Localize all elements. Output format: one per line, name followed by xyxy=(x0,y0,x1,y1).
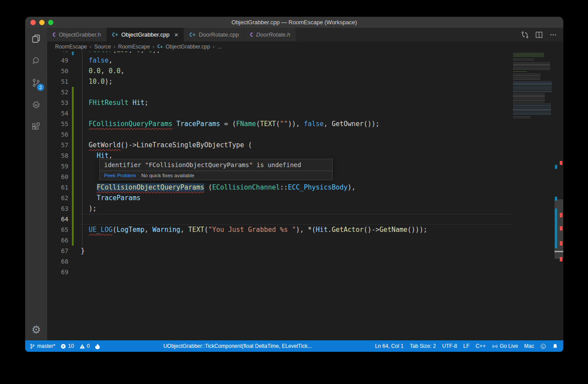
status-ln-64-col-1[interactable]: Ln 64, Col 1 xyxy=(375,343,404,349)
minimize-window-button[interactable] xyxy=(39,20,45,25)
line-number[interactable]: 52 xyxy=(47,87,68,97)
breadcrumb-item[interactable]: RoomEscape xyxy=(55,44,87,50)
code-line-52[interactable]: 52 xyxy=(47,87,511,97)
gutter-green-indicator xyxy=(68,224,81,235)
explorer-icon[interactable] xyxy=(25,28,47,50)
peek-problem-link[interactable]: Peek Problem xyxy=(104,173,136,178)
status-mac[interactable]: Mac xyxy=(524,343,534,349)
minimap-lines xyxy=(513,81,552,92)
breadcrumb[interactable]: RoomEscape›Source›RoomEscape›C+ObjectGra… xyxy=(47,41,563,52)
gutter-green-indicator xyxy=(68,140,81,150)
minimap[interactable] xyxy=(511,52,554,340)
broadcast-status[interactable]: Go Live xyxy=(492,343,518,349)
zoom-window-button[interactable] xyxy=(48,20,53,25)
line-number[interactable]: 57 xyxy=(47,140,68,150)
switch-header-source-icon[interactable] xyxy=(521,31,529,39)
code-text: 0.0, 0.0, xyxy=(81,66,511,76)
bell-status[interactable] xyxy=(552,343,558,349)
overview-ruler-mark xyxy=(560,213,562,217)
line-number[interactable]: 55 xyxy=(47,119,68,129)
code-line-57[interactable]: 57 GetWorld()->LineTraceSingleByObjectTy… xyxy=(47,140,511,150)
flame-status[interactable] xyxy=(95,343,100,349)
gutter xyxy=(68,256,81,267)
line-number[interactable]: 65 xyxy=(47,224,68,235)
line-number[interactable]: 56 xyxy=(47,129,68,140)
line-number[interactable]: 53 xyxy=(47,97,68,108)
line-number[interactable]: 62 xyxy=(47,193,68,203)
status-c[interactable]: C++ xyxy=(476,343,486,349)
line-number[interactable]: 61 xyxy=(47,182,68,193)
gutter xyxy=(68,66,81,76)
tab-doorrotate-cpp[interactable]: C+DoorRotate.cpp xyxy=(184,28,245,41)
debug-icon[interactable] xyxy=(25,94,47,116)
line-number[interactable]: 51 xyxy=(47,76,68,87)
code-line-62[interactable]: 62 TraceParams xyxy=(47,193,511,203)
code-line-54[interactable]: 54 xyxy=(47,108,511,119)
code-line-64[interactable]: 64 xyxy=(47,214,511,224)
line-number[interactable]: 66 xyxy=(47,235,68,246)
code-line-50[interactable]: 50 0.0, 0.0, xyxy=(47,66,511,76)
tab-objectgrabber-h[interactable]: CObjectGrabber.h xyxy=(47,28,107,41)
code-line-55[interactable]: 55 FCollisionQueryParams TraceParams = (… xyxy=(47,119,511,129)
breadcrumb-item[interactable]: ... xyxy=(217,44,221,50)
error-status[interactable]: 10 xyxy=(60,343,74,349)
code-line-49[interactable]: 49 false, xyxy=(47,55,511,66)
status-label: Go Live xyxy=(500,343,518,349)
line-number[interactable]: 48 xyxy=(47,52,68,55)
code-line-53[interactable]: 53 FHitResult Hit; xyxy=(47,97,511,108)
branch-status[interactable]: master* xyxy=(30,343,55,349)
more-actions-icon[interactable] xyxy=(549,31,557,39)
line-number[interactable]: 54 xyxy=(47,108,68,119)
line-number[interactable]: 60 xyxy=(47,171,68,182)
smiley-status[interactable] xyxy=(540,343,546,349)
code-text xyxy=(81,256,511,267)
code-line-61[interactable]: 61 FCollisionObjectQueryParams (ECollisi… xyxy=(47,182,511,193)
overview-ruler-mark xyxy=(555,209,557,248)
line-number[interactable]: 49 xyxy=(47,55,68,66)
line-number[interactable]: 59 xyxy=(47,161,68,171)
breadcrumb-item[interactable]: Source xyxy=(94,44,111,50)
scrollbar[interactable] xyxy=(554,52,563,340)
code-line-69[interactable]: 69 xyxy=(47,267,511,277)
line-number[interactable]: 58 xyxy=(47,150,68,161)
line-number[interactable]: 64 xyxy=(47,214,68,224)
search-icon[interactable] xyxy=(25,50,47,72)
code-text: 10.0); xyxy=(81,76,511,87)
code-line-51[interactable]: 51 10.0); xyxy=(47,76,511,87)
split-editor-icon[interactable] xyxy=(535,31,543,39)
code-line-68[interactable]: 68 xyxy=(47,256,511,267)
gutter-green-indicator xyxy=(68,161,81,171)
source-control-icon[interactable]: 2 xyxy=(25,72,47,94)
breadcrumb-item[interactable]: ObjectGrabber.cpp xyxy=(165,44,210,50)
status-symbol-path[interactable]: UObjectGrabber::TickComponent(float Delt… xyxy=(163,343,312,349)
title-bar[interactable]: ObjectGrabber.cpp — RoomEscape (Workspac… xyxy=(25,17,563,28)
tab-doorrotate-h[interactable]: CDoorRotate.h xyxy=(244,28,296,41)
line-number[interactable]: 63 xyxy=(47,203,68,214)
code-line-63[interactable]: 63 ); xyxy=(47,203,511,214)
line-number[interactable]: 68 xyxy=(47,256,68,267)
status-lf[interactable]: LF xyxy=(463,343,469,349)
broadcast-icon xyxy=(492,343,498,349)
code-line-48[interactable]: 48 FColor(255, 0, 0), xyxy=(47,52,511,55)
status-tab-size-2[interactable]: Tab Size: 2 xyxy=(410,343,436,349)
code-editor[interactable]: 48 FColor(255, 0, 0),49 false,50 0.0, 0.… xyxy=(47,52,511,340)
code-line-56[interactable]: 56 xyxy=(47,129,511,140)
line-number[interactable]: 50 xyxy=(47,66,68,76)
breadcrumb-item[interactable]: RoomEscape xyxy=(118,44,150,50)
file-type-icon: C xyxy=(250,32,253,38)
close-window-button[interactable] xyxy=(30,20,36,25)
warning-status[interactable]: 0 xyxy=(79,343,90,349)
tab-objectgrabber-cpp[interactable]: C+ObjectGrabber.cpp× xyxy=(107,28,184,41)
status-utf-8[interactable]: UTF-8 xyxy=(442,343,457,349)
code-line-65[interactable]: 65 UE_LOG(LogTemp, Warning, TEXT("You Ju… xyxy=(47,224,511,235)
extensions-icon[interactable] xyxy=(25,116,47,138)
close-tab-icon[interactable]: × xyxy=(174,31,178,38)
code-text: FColor(255, 0, 0), xyxy=(81,52,511,55)
line-number[interactable]: 67 xyxy=(47,246,68,256)
code-line-67[interactable]: 67} xyxy=(47,246,511,256)
minimap-lines xyxy=(513,93,545,102)
file-type-icon: C+ xyxy=(112,32,118,38)
line-number[interactable]: 69 xyxy=(47,267,68,277)
code-line-66[interactable]: 66 xyxy=(47,235,511,246)
settings-gear-icon[interactable]: ⚙ xyxy=(31,324,41,336)
